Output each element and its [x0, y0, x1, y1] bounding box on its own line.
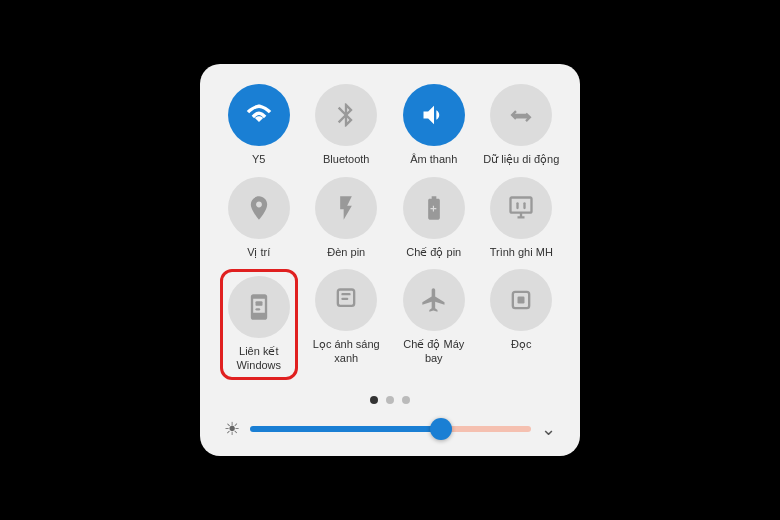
battery-saver-label: Chế độ pin: [406, 245, 461, 259]
location-label: Vị trí: [247, 245, 270, 259]
focus-icon: [507, 286, 535, 314]
wifi-label: Y5: [252, 152, 265, 166]
svg-rect-3: [255, 308, 260, 310]
tile-screen-recorder[interactable]: Trình ghi MH: [483, 177, 561, 259]
svg-rect-6: [518, 297, 525, 304]
svg-rect-0: [517, 202, 519, 209]
brightness-slider[interactable]: [250, 426, 531, 432]
tile-battery-saver[interactable]: Chế độ pin: [395, 177, 473, 259]
windows-link-icon-bg: [228, 276, 290, 338]
flashlight-icon: [332, 194, 360, 222]
blue-light-label: Lọc ánh sáng xanh: [308, 337, 386, 366]
flashlight-label: Đèn pin: [327, 245, 365, 259]
sound-label: Âm thanh: [410, 152, 457, 166]
tile-sound[interactable]: Âm thanh: [395, 84, 473, 166]
brightness-thumb[interactable]: [430, 418, 452, 440]
sound-icon-bg: [403, 84, 465, 146]
bluetooth-label: Bluetooth: [323, 152, 369, 166]
bluetooth-icon: [332, 101, 360, 129]
airplane-label: Chế độ Máy bay: [395, 337, 473, 366]
blue-light-icon-bg: [315, 269, 377, 331]
tile-mobile-data[interactable]: Dữ liệu di động: [483, 84, 561, 166]
dot-3[interactable]: [402, 396, 410, 404]
windows-link-icon: [245, 293, 273, 321]
screen-recorder-icon: [507, 194, 535, 222]
svg-rect-2: [255, 301, 262, 306]
airplane-icon: [420, 286, 448, 314]
battery-saver-icon-bg: [403, 177, 465, 239]
mobile-data-icon-bg: [490, 84, 552, 146]
wifi-icon-bg: [228, 84, 290, 146]
tiles-grid: Y5 Bluetooth Âm thanh: [220, 84, 560, 379]
location-icon: [245, 194, 273, 222]
wifi-icon: [245, 101, 273, 129]
tile-location[interactable]: Vị trí: [220, 177, 298, 259]
tile-bluetooth[interactable]: Bluetooth: [308, 84, 386, 166]
windows-link-label: Liên kết Windows: [227, 344, 291, 373]
brightness-row: ☀ ⌄: [220, 418, 560, 440]
mobile-data-label: Dữ liệu di động: [483, 152, 559, 166]
bluetooth-icon-bg: [315, 84, 377, 146]
flashlight-icon-bg: [315, 177, 377, 239]
tile-focus[interactable]: Đọc: [483, 269, 561, 380]
screen-recorder-label: Trình ghi MH: [490, 245, 553, 259]
tile-wifi[interactable]: Y5: [220, 84, 298, 166]
blue-light-icon: [332, 286, 360, 314]
mobile-data-icon: [507, 101, 535, 129]
page-dots: [220, 396, 560, 404]
quick-settings-panel: Y5 Bluetooth Âm thanh: [200, 64, 580, 455]
focus-icon-bg: [490, 269, 552, 331]
sound-icon: [420, 101, 448, 129]
dot-1[interactable]: [370, 396, 378, 404]
dot-2[interactable]: [386, 396, 394, 404]
tile-airplane[interactable]: Chế độ Máy bay: [395, 269, 473, 380]
tile-flashlight[interactable]: Đèn pin: [308, 177, 386, 259]
airplane-icon-bg: [403, 269, 465, 331]
battery-saver-icon: [420, 194, 448, 222]
screen-recorder-icon-bg: [490, 177, 552, 239]
focus-label: Đọc: [511, 337, 531, 351]
tile-windows-link[interactable]: Liên kết Windows: [220, 269, 298, 380]
location-icon-bg: [228, 177, 290, 239]
brightness-expand-icon[interactable]: ⌄: [541, 418, 556, 440]
svg-rect-1: [524, 202, 526, 209]
tile-blue-light[interactable]: Lọc ánh sáng xanh: [308, 269, 386, 380]
brightness-icon: ☀: [224, 418, 240, 440]
